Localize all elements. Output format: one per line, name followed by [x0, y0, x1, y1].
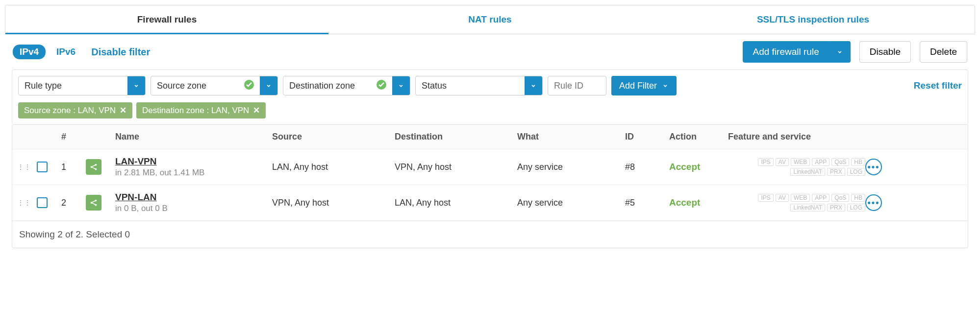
reset-filter-link[interactable]: Reset filter [914, 80, 962, 91]
status-caret[interactable] [525, 76, 542, 95]
tag-linkednat: LinkedNAT [790, 168, 825, 176]
drag-handle-icon[interactable]: ⋮⋮ [17, 163, 37, 171]
row-checkbox[interactable] [37, 197, 48, 208]
tab-firewall-rules[interactable]: Firewall rules [5, 5, 328, 34]
filter-bar: Rule type Source zone Destination zone S… [12, 70, 968, 125]
rule-name-link[interactable]: LAN-VPN [115, 156, 272, 167]
row-destination: VPN, Any host [395, 162, 517, 172]
tag-prx: PRX [827, 168, 845, 176]
row-destination: LAN, Any host [395, 198, 517, 208]
tag-log: LOG [847, 168, 865, 176]
add-firewall-rule-button[interactable]: Add firewall rule [743, 41, 829, 63]
ipv4-toggle[interactable]: IPv4 [13, 45, 46, 59]
tag-prx: PRX [827, 204, 845, 211]
chevron-down-icon [265, 82, 272, 89]
rule-traffic: in 0 B, out 0 B [115, 204, 272, 213]
tag-web: WEB [791, 194, 810, 202]
filter-chips: Source zone : LAN, VPN ✕ Destination zon… [18, 102, 962, 118]
tag-hb: HB [851, 158, 865, 166]
col-destination: Destination [395, 132, 517, 142]
row-source: LAN, Any host [272, 162, 395, 172]
row-action: Accept [669, 197, 728, 208]
chip-remove-icon[interactable]: ✕ [120, 105, 126, 116]
toolbar: IPv4 IPv6 Disable filter Add firewall ru… [5, 34, 975, 70]
ipv6-toggle[interactable]: IPv6 [50, 45, 82, 59]
feature-tags: IPS AV WEB APP QoS HB LinkedNAT PRX LOG [728, 158, 865, 176]
tab-nat-rules[interactable]: NAT rules [328, 5, 652, 34]
chevron-down-icon [836, 48, 843, 55]
disable-button[interactable]: Disable [859, 41, 911, 63]
row-checkbox[interactable] [37, 162, 48, 172]
row-actions-button[interactable]: ••• [865, 194, 882, 211]
tag-web: WEB [791, 158, 810, 166]
rule-name-link[interactable]: VPN-LAN [115, 192, 272, 203]
tag-ips: IPS [758, 194, 773, 202]
tag-qos: QoS [831, 194, 849, 202]
chip-remove-icon[interactable]: ✕ [253, 105, 260, 116]
tag-linkednat: LinkedNAT [790, 204, 825, 211]
chevron-down-icon [398, 82, 404, 89]
table-row: ⋮⋮ 2 VPN-LAN in 0 B, out 0 B VPN, Any ho… [12, 185, 968, 221]
destination-zone-label: Destination zone [283, 81, 376, 91]
col-features: Feature and service [728, 132, 865, 142]
destination-zone-select[interactable]: Destination zone [283, 76, 410, 95]
col-id: ID [625, 132, 669, 142]
col-num: # [61, 132, 86, 142]
rule-type-label: Rule type [19, 81, 127, 91]
chip-destination-zone: Destination zone : LAN, VPN ✕ [136, 102, 266, 118]
chip-source-zone: Source zone : LAN, VPN ✕ [18, 102, 132, 118]
rule-type-caret[interactable] [127, 76, 145, 95]
add-filter-label: Add Filter [619, 81, 657, 91]
row-id: #5 [625, 198, 669, 208]
rule-type-icon [86, 159, 101, 175]
tag-av: AV [776, 194, 789, 202]
chip-label: Destination zone : LAN, VPN [142, 106, 249, 116]
row-id: #8 [625, 162, 669, 172]
col-name: Name [115, 132, 272, 142]
tag-app: APP [812, 158, 829, 166]
tag-qos: QoS [831, 158, 849, 166]
row-num: 2 [61, 198, 86, 208]
chevron-down-icon [530, 82, 537, 89]
tag-av: AV [776, 158, 789, 166]
rule-traffic: in 2.81 MB, out 1.41 MB [115, 168, 272, 178]
drag-handle-icon[interactable]: ⋮⋮ [17, 199, 37, 207]
row-num: 1 [61, 162, 86, 172]
tab-ssl-tls-inspection[interactable]: SSL/TLS inspection rules [652, 5, 975, 34]
add-filter-button[interactable]: Add Filter [611, 76, 677, 95]
row-source: VPN, Any host [272, 198, 395, 208]
tag-app: APP [812, 194, 829, 202]
rules-table: # Name Source Destination What ID Action… [12, 125, 968, 248]
col-action: Action [669, 132, 728, 142]
row-action: Accept [669, 162, 728, 172]
chevron-down-icon [662, 82, 669, 89]
table-row: ⋮⋮ 1 LAN-VPN in 2.81 MB, out 1.41 MB LAN… [12, 149, 968, 185]
add-firewall-rule-dropdown[interactable] [829, 41, 851, 63]
col-source: Source [272, 132, 395, 142]
row-actions-button[interactable]: ••• [865, 159, 882, 175]
delete-button[interactable]: Delete [920, 41, 967, 63]
main-tabs: Firewall rules NAT rules SSL/TLS inspect… [5, 5, 975, 34]
row-what: Any service [517, 198, 625, 208]
disable-filter-link[interactable]: Disable filter [91, 47, 150, 58]
tag-ips: IPS [758, 158, 773, 166]
destination-zone-caret[interactable] [392, 76, 410, 95]
table-header: # Name Source Destination What ID Action… [12, 125, 968, 149]
status-label: Status [416, 81, 525, 91]
chip-label: Source zone : LAN, VPN [24, 106, 116, 116]
rule-id-input[interactable] [548, 76, 606, 95]
source-zone-label: Source zone [151, 81, 243, 91]
table-footer: Showing 2 of 2. Selected 0 [12, 221, 968, 248]
feature-tags: IPS AV WEB APP QoS HB LinkedNAT PRX LOG [728, 194, 865, 211]
status-select[interactable]: Status [415, 76, 543, 95]
tag-log: LOG [847, 204, 865, 211]
row-what: Any service [517, 162, 625, 172]
col-what: What [517, 132, 625, 142]
source-zone-caret[interactable] [260, 76, 277, 95]
rule-type-select[interactable]: Rule type [18, 76, 146, 95]
source-zone-select[interactable]: Source zone [151, 76, 278, 95]
check-icon [376, 79, 387, 93]
check-icon [243, 79, 255, 93]
chevron-down-icon [133, 82, 140, 89]
tag-hb: HB [851, 194, 865, 202]
